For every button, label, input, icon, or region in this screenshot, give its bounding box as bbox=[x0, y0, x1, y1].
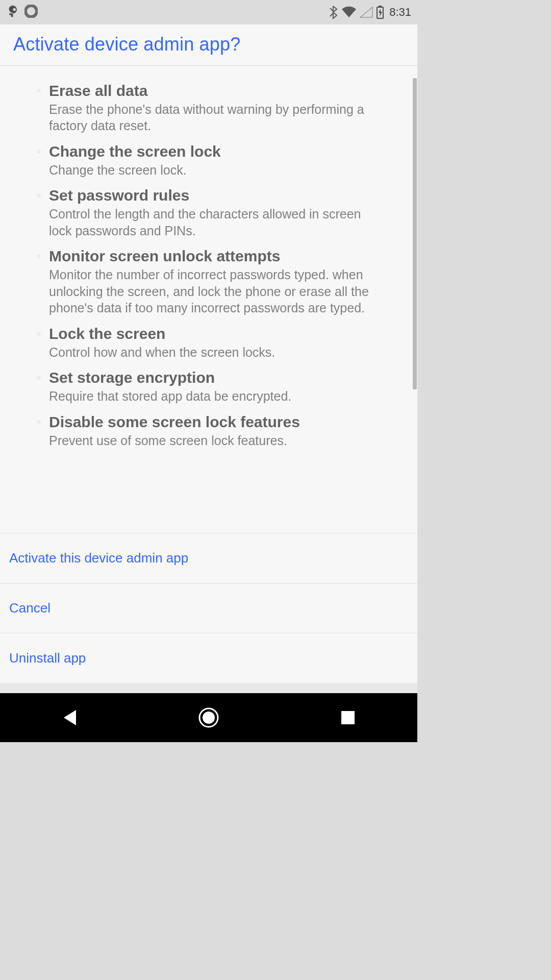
battery-charging-icon bbox=[376, 6, 384, 19]
permission-item: Erase all data Erase the phone's data wi… bbox=[0, 74, 417, 134]
recents-button[interactable] bbox=[333, 702, 363, 733]
permission-title: Monitor screen unlock attempts bbox=[49, 247, 399, 265]
bottom-gap bbox=[0, 683, 417, 693]
cell-signal-icon bbox=[360, 6, 373, 18]
cancel-button[interactable]: Cancel bbox=[0, 583, 417, 633]
permission-title: Set password rules bbox=[49, 186, 399, 205]
bullet-icon bbox=[37, 376, 41, 380]
status-time: 8:31 bbox=[389, 6, 411, 19]
activate-button[interactable]: Activate this device admin app bbox=[0, 533, 417, 583]
permission-desc: Control how and when the screen locks. bbox=[49, 344, 399, 361]
permission-title: Change the screen lock bbox=[49, 142, 399, 161]
circle-status-icon bbox=[24, 5, 38, 20]
home-icon bbox=[197, 706, 220, 729]
permission-title: Set storage encryption bbox=[49, 369, 399, 387]
intro-text: app CTS Verifier to perform the followin… bbox=[0, 66, 417, 74]
permission-desc: Prevent use of some screen lock features… bbox=[49, 432, 399, 449]
permission-item: Set storage encryption Require that stor… bbox=[0, 360, 417, 405]
permission-item: Disable some screen lock features Preven… bbox=[0, 405, 417, 449]
back-button[interactable] bbox=[54, 702, 85, 733]
svg-point-4 bbox=[203, 712, 215, 724]
bullet-icon bbox=[37, 193, 41, 198]
status-left bbox=[6, 4, 38, 20]
bullet-icon bbox=[37, 420, 41, 424]
action-bar: Activate this device admin app Cancel Un… bbox=[0, 533, 417, 683]
back-icon bbox=[61, 708, 78, 727]
status-bar: 8:31 bbox=[0, 0, 417, 24]
scrollbar-thumb[interactable] bbox=[413, 78, 417, 389]
permission-title: Erase all data bbox=[49, 82, 399, 100]
bluetooth-icon bbox=[329, 5, 338, 19]
permission-item: Lock the screen Control how and when the… bbox=[0, 316, 417, 361]
page-header: Activate device admin app? bbox=[0, 24, 417, 66]
uninstall-button[interactable]: Uninstall app bbox=[0, 633, 417, 683]
nav-bar bbox=[0, 693, 417, 742]
permission-desc: Control the length and the characters al… bbox=[49, 206, 399, 239]
status-right: 8:31 bbox=[329, 5, 411, 19]
fi-network-icon bbox=[6, 4, 19, 20]
page-title: Activate device admin app? bbox=[13, 34, 407, 55]
bullet-icon bbox=[37, 150, 41, 154]
svg-rect-2 bbox=[379, 6, 382, 7]
bullet-icon bbox=[37, 254, 41, 258]
permission-desc: Erase the phone's data without warning b… bbox=[49, 101, 399, 134]
permissions-list: Erase all data Erase the phone's data wi… bbox=[0, 74, 417, 449]
permission-item: Change the screen lock Change the screen… bbox=[0, 134, 417, 179]
svg-point-0 bbox=[26, 6, 37, 17]
svg-rect-5 bbox=[341, 711, 355, 724]
home-button[interactable] bbox=[193, 702, 224, 733]
permission-item: Monitor screen unlock attempts Monitor t… bbox=[0, 239, 417, 316]
permission-desc: Change the screen lock. bbox=[49, 162, 399, 179]
bullet-icon bbox=[37, 89, 41, 93]
permission-title: Disable some screen lock features bbox=[49, 413, 399, 431]
permission-desc: Require that stored app data be encrypte… bbox=[49, 388, 399, 405]
permission-desc: Monitor the number of incorrect password… bbox=[49, 266, 399, 316]
bullet-icon bbox=[37, 332, 41, 336]
wifi-icon bbox=[341, 6, 357, 18]
screen: 8:31 Activate device admin app? app CTS … bbox=[0, 0, 417, 742]
content-scroll[interactable]: app CTS Verifier to perform the followin… bbox=[0, 66, 417, 533]
permission-item: Set password rules Control the length an… bbox=[0, 178, 417, 239]
permission-title: Lock the screen bbox=[49, 325, 399, 343]
recents-icon bbox=[340, 710, 356, 725]
